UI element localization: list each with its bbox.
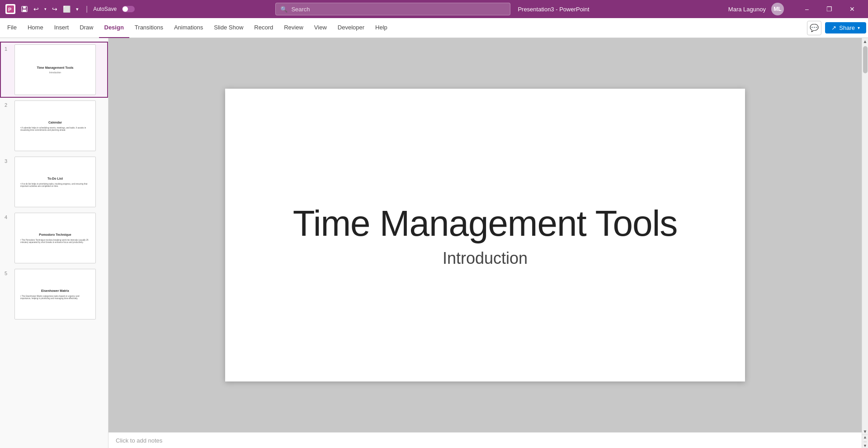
slide-thumbnail: Eisenhower Matrix• The Eisenhower Matrix… — [14, 269, 96, 319]
slide-canvas[interactable]: Time Management Tools Introduction — [225, 89, 745, 381]
scrollbar-thumb[interactable] — [863, 46, 868, 73]
quick-access-toolbar: ↩ ▾ ↪ ⬜ ▾ — [19, 4, 80, 14]
slide-thumb-body: • The Pomodoro Technique involves breaki… — [19, 238, 92, 243]
slide-list: 1Time Management ToolsIntroduction2Calen… — [0, 42, 108, 322]
slide-number: 1 — [5, 46, 11, 52]
canvas-area: Time Management Tools Introduction Click… — [108, 38, 862, 448]
zoom-mid-icon: — — [863, 440, 867, 443]
title-bar-center: 🔍 Presentation3 - PowerPoint — [275, 3, 589, 15]
tab-insert[interactable]: Insert — [49, 18, 75, 38]
slide-thumb-title: Eisenhower Matrix — [41, 289, 69, 293]
tab-home[interactable]: Home — [22, 18, 49, 38]
comments-button[interactable]: 💬 — [807, 21, 821, 35]
tab-help[interactable]: Help — [370, 18, 393, 38]
slide-number: 3 — [5, 158, 11, 164]
slide-thumb-subtitle: Introduction — [49, 71, 61, 74]
undo-button[interactable]: ↩ — [32, 5, 41, 14]
main-area: 1Time Management ToolsIntroduction2Calen… — [0, 38, 868, 448]
tab-slideshow[interactable]: Slide Show — [208, 18, 249, 38]
tab-design[interactable]: Design — [99, 18, 129, 38]
close-button[interactable]: ✕ — [842, 2, 863, 16]
title-bar-left: P ↩ ▾ ↪ ⬜ ▾ | AutoSave — [5, 4, 137, 14]
tab-file[interactable]: File — [2, 18, 22, 38]
svg-text:P: P — [8, 7, 11, 12]
window-controls: – ❐ ✕ — [797, 2, 863, 16]
app-icon: P — [5, 4, 15, 14]
slide-thumbnail: Time Management ToolsIntroduction — [14, 44, 96, 95]
ribbon: FileHomeInsertDrawDesignTransitionsAnima… — [0, 18, 868, 38]
presentation-title: Presentation3 - PowerPoint — [518, 6, 589, 13]
autosave-label: AutoSave — [93, 6, 117, 12]
slide-thumb-body: • A calendar helps in scheduling events,… — [19, 126, 92, 131]
user-name: Mara Lagunoy — [728, 6, 766, 13]
scroll-down-button[interactable]: ▼ — [862, 428, 868, 434]
scrollbar-track[interactable] — [862, 44, 868, 428]
ribbon-actions: 💬 ↗ Share ▾ — [807, 21, 866, 35]
slide-item[interactable]: 2Calendar• A calendar helps in schedulin… — [0, 98, 108, 154]
tab-view[interactable]: View — [309, 18, 332, 38]
slide-thumbnail: To-Do List• A to-do list helps in priori… — [14, 157, 96, 207]
svg-rect-3 — [23, 6, 26, 9]
slide-thumb-title: Pomodoro Technique — [39, 233, 71, 237]
notes-bar[interactable]: Click to add notes — [108, 432, 862, 448]
tab-draw[interactable]: Draw — [74, 18, 99, 38]
redo-button[interactable]: ↪ — [50, 5, 59, 14]
slide-number: 2 — [5, 102, 11, 108]
notes-placeholder[interactable]: Click to add notes — [116, 437, 162, 444]
tab-transitions[interactable]: Transitions — [129, 18, 169, 38]
tab-review[interactable]: Review — [278, 18, 309, 38]
search-input[interactable] — [291, 6, 505, 13]
canvas-wrapper[interactable]: Time Management Tools Introduction — [108, 38, 862, 432]
title-bar: P ↩ ▾ ↪ ⬜ ▾ | AutoSave — [0, 0, 868, 18]
restore-button[interactable]: ❐ — [819, 2, 840, 16]
search-icon: 🔍 — [280, 6, 288, 13]
tab-record[interactable]: Record — [249, 18, 278, 38]
slide-title[interactable]: Time Management Tools — [293, 203, 678, 244]
slide-item[interactable]: 4Pomodoro Technique• The Pomodoro Techni… — [0, 210, 108, 266]
slide-item[interactable]: 5Eisenhower Matrix• The Eisenhower Matri… — [0, 266, 108, 322]
tab-developer[interactable]: Developer — [332, 18, 370, 38]
customize-qat-button[interactable]: ▾ — [74, 5, 80, 13]
slide-subtitle[interactable]: Introduction — [443, 249, 528, 268]
slide-thumb-title: To-Do List — [47, 176, 63, 181]
ribbon-tabs: FileHomeInsertDrawDesignTransitionsAnima… — [2, 18, 393, 38]
scroll-up-button[interactable]: ▲ — [862, 38, 868, 44]
share-button[interactable]: ↗ Share ▾ — [825, 22, 866, 33]
minimize-button[interactable]: – — [797, 2, 817, 16]
slide-item[interactable]: 1Time Management ToolsIntroduction — [0, 42, 108, 98]
slide-number: 4 — [5, 214, 11, 220]
zoom-controls: ▲ — ▼ — [862, 434, 868, 448]
zoom-down-icon[interactable]: ▼ — [863, 443, 867, 448]
zoom-up-icon[interactable]: ▲ — [863, 435, 867, 439]
comments-icon: 💬 — [810, 24, 819, 32]
slide-item[interactable]: 3To-Do List• A to-do list helps in prior… — [0, 154, 108, 210]
avatar: ML — [771, 3, 784, 15]
svg-rect-4 — [23, 10, 26, 12]
right-scrollbar[interactable]: ▲ ▼ ▲ — ▼ — [862, 38, 868, 448]
slide-number: 5 — [5, 271, 11, 276]
search-bar[interactable]: 🔍 — [275, 3, 510, 15]
undo-dropdown-button[interactable]: ▾ — [42, 6, 48, 12]
slide-thumb-title: Time Management Tools — [37, 66, 73, 70]
slide-thumbnail: Pomodoro Technique• The Pomodoro Techniq… — [14, 213, 96, 263]
slide-thumbnail: Calendar• A calendar helps in scheduling… — [14, 100, 96, 151]
tab-animations[interactable]: Animations — [169, 18, 208, 38]
slide-thumb-title: Calendar — [48, 120, 62, 124]
save-button[interactable] — [19, 4, 30, 14]
slide-panel: 1Time Management ToolsIntroduction2Calen… — [0, 38, 108, 448]
autosave-toggle[interactable] — [122, 6, 135, 12]
title-bar-right: Mara Lagunoy ML – ❐ ✕ — [728, 2, 863, 16]
slide-thumb-body: • The Eisenhower Matrix categorizes task… — [19, 294, 92, 300]
slide-thumb-body: • A to-do list helps in prioritizing tas… — [19, 182, 92, 187]
presentation-view-button[interactable]: ⬜ — [61, 5, 72, 14]
